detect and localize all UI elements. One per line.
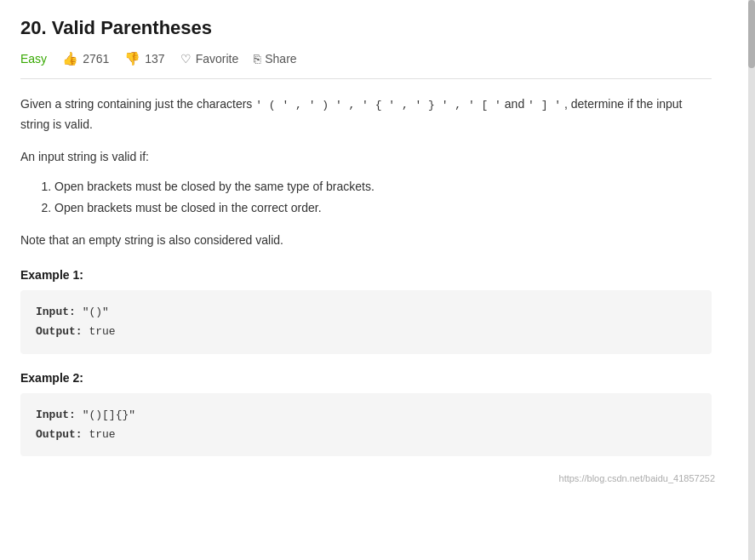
thumbs-up-icon: 👍 (62, 51, 78, 66)
rule-1: Open brackets must be closed by the same… (54, 176, 712, 197)
example2-output-line: Output: true (36, 425, 696, 444)
and-text: and (501, 97, 528, 111)
description-paragraph: Given a string containing just the chara… (20, 94, 712, 135)
example2-input-line: Input: "()[]{}" (36, 405, 696, 425)
example2-output-label: Output: (36, 428, 83, 441)
example1-output-line: Output: true (36, 322, 696, 341)
favorite-button[interactable]: ♡ Favorite (180, 52, 239, 66)
problem-title: 20. Valid Parentheses (20, 17, 712, 39)
rule-1-text: Open brackets must be closed by the same… (54, 180, 375, 193)
rule-2: Open brackets must be closed in the corr… (54, 197, 712, 219)
dislikes-count: 137 (145, 52, 164, 66)
rules-list: Open brackets must be closed by the same… (54, 176, 712, 219)
scrollbar-thumb[interactable] (748, 0, 755, 68)
favorite-label: Favorite (196, 52, 239, 66)
meta-bar: Easy 👍 2761 👎 137 ♡ Favorite ⎘ Share (20, 51, 712, 79)
example2-heading: Example 2: (20, 371, 712, 385)
likes-count: 2761 (83, 52, 109, 66)
difficulty-badge: Easy (20, 52, 47, 66)
valid-if-text: An input string is valid if: (20, 147, 712, 168)
example1-input-label: Input: (36, 306, 76, 318)
example1-heading: Example 1: (20, 268, 712, 282)
example2-input-label: Input: (36, 409, 76, 421)
chars-code: ' ( ' , ' ) ' , ' { ' , ' } ' , ' [ ' (255, 99, 501, 111)
share-label: Share (265, 52, 296, 66)
heart-icon: ♡ (180, 52, 192, 66)
thumbs-down-icon: 👎 (124, 51, 140, 66)
share-icon: ⎘ (254, 52, 260, 66)
likes-item[interactable]: 👍 2761 (62, 51, 109, 66)
note-text: Note that an empty string is also consid… (20, 231, 712, 251)
example1-output-label: Output: (36, 325, 83, 338)
description-part1: Given a string containing just the chara… (20, 97, 255, 111)
share-button[interactable]: ⎘ Share (254, 52, 296, 66)
scrollbar[interactable] (748, 0, 755, 560)
example1-input-line: Input: "()" (36, 302, 696, 322)
example2-block: Input: "()[]{}" Output: true (20, 393, 712, 457)
example1-block: Input: "()" Output: true (20, 290, 712, 354)
rule-2-text: Open brackets must be closed in the corr… (54, 201, 322, 214)
watermark: https://blog.csdn.net/baidu_41857252 (559, 473, 715, 483)
dislikes-item[interactable]: 👎 137 (124, 51, 164, 66)
chars2-code: ' ] ' (528, 99, 561, 111)
main-container: 20. Valid Parentheses Easy 👍 2761 👎 137 … (0, 0, 732, 490)
